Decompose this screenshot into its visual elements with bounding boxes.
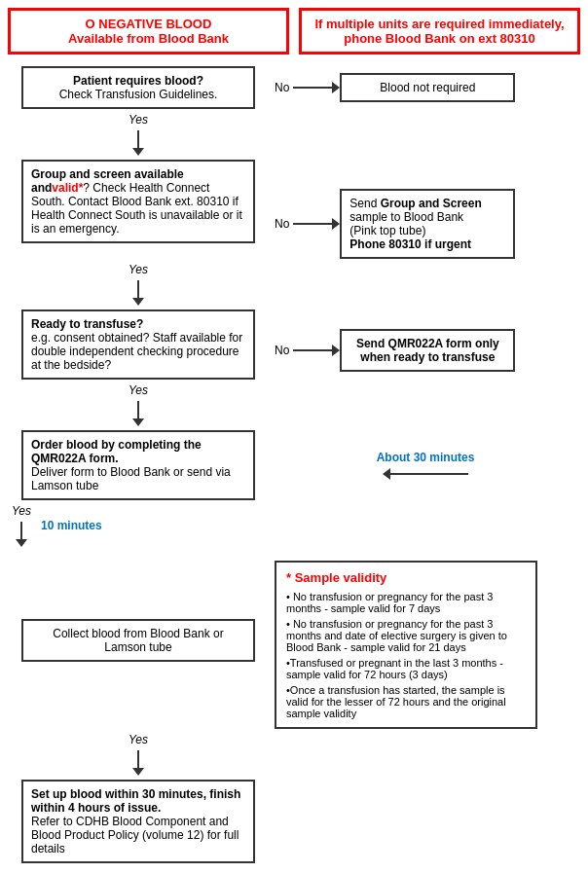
validity-p2: • No transfusion or pregnancy for the pa…	[286, 618, 526, 653]
step4-left: Order blood by completing the QMR022A fo…	[12, 430, 265, 500]
step3-no-bold: Send QMR022A form only when ready to tra…	[356, 337, 499, 364]
v-arrow2	[132, 280, 144, 306]
yes2: Yes	[129, 263, 148, 276]
step6-row: Set up blood within 30 minutes, finish w…	[12, 780, 576, 863]
validity-p1: • No transfusion or pregnancy for the pa…	[286, 591, 526, 614]
step4-arrow-left	[383, 468, 468, 480]
step3-row: Ready to transfuse? e.g. consent obtaine…	[12, 309, 576, 380]
validity-p3: •Transfused or pregnant in the last 3 mo…	[286, 657, 526, 680]
step1-sub: Check Transfusion Guidelines.	[59, 88, 218, 101]
step2-box: Group and screen available andvalid*? Ch…	[21, 160, 255, 243]
step3-arrow-right	[293, 345, 340, 356]
step1-row: Patient requires blood? Check Transfusio…	[12, 66, 576, 109]
step3-yes-arrow: Yes	[12, 382, 265, 428]
yes3: Yes	[129, 383, 148, 397]
step2-no-text1: Send	[349, 197, 380, 210]
step6-left: Set up blood within 30 minutes, finish w…	[12, 780, 265, 863]
step3-left: Ready to transfuse? e.g. consent obtaine…	[12, 309, 265, 380]
step2-no-box: Send Group and Screen sample to Blood Ba…	[340, 189, 515, 259]
step1-left: Patient requires blood? Check Transfusio…	[12, 66, 265, 109]
validity-title: * Sample validity	[286, 570, 526, 585]
validity-box: * Sample validity • No transfusion or pr…	[275, 561, 537, 729]
step5-time: 10 minutes	[41, 519, 102, 532]
step2-no-label: No	[275, 217, 289, 231]
flow-container: Patient requires blood? Check Transfusio…	[12, 66, 576, 863]
step2-row: Group and screen available andvalid*? Ch…	[12, 160, 576, 259]
step6-sub: Refer to CDHB Blood Component and Blood …	[31, 815, 239, 855]
v-arrow3	[132, 401, 144, 426]
step4-about: About 30 minutes	[377, 451, 475, 464]
yes4: Yes	[12, 504, 31, 518]
top-row: O NEGATIVE BLOOD Available from Blood Ba…	[8, 8, 580, 55]
step2-no-urgent: Phone 80310 if urgent	[349, 237, 471, 251]
step1-no-connector: No Blood not required	[265, 73, 576, 102]
step3-question: Ready to transfuse?	[31, 317, 143, 331]
step4-yes-arrow-wrap: Yes	[12, 502, 31, 549]
step5-label: Collect blood from Blood Bank or Lamson …	[53, 627, 223, 654]
validity-p4: •Once a transfusion has started, the sam…	[286, 684, 526, 719]
multiple-units-box: If multiple units are required immediate…	[299, 8, 580, 55]
step3-box: Ready to transfuse? e.g. consent obtaine…	[21, 309, 255, 380]
o-negative-label: O NEGATIVE BLOOD Available from Blood Ba…	[68, 17, 229, 46]
v-arrow5	[132, 750, 144, 776]
step1-box: Patient requires blood? Check Transfusio…	[21, 66, 255, 109]
step2-no-connector: No Send Group and Screen sample to Blood…	[265, 160, 576, 259]
step5-box: Collect blood from Blood Bank or Lamson …	[21, 619, 255, 662]
step3-no-box: Send QMR022A form only when ready to tra…	[340, 329, 515, 372]
step2-valid: valid*	[52, 181, 83, 195]
step1-arrow-right	[293, 82, 340, 93]
step3-sub: e.g. consent obtained? Staff available f…	[31, 331, 242, 372]
page: O NEGATIVE BLOOD Available from Blood Ba…	[0, 0, 588, 873]
step5-yes-arrow: Yes	[12, 731, 265, 778]
step6-bold: Set up blood within 30 minutes, finish w…	[31, 787, 240, 815]
step2-no-text2: sample to Blood Bank(Pink top tube)	[349, 210, 463, 237]
step1-yes-arrow: Yes	[12, 111, 265, 158]
step4-sub: Deliver form to Blood Bank or send via L…	[31, 465, 231, 492]
yes1: Yes	[129, 113, 148, 127]
step4-bold: Order blood by completing the QMR022A fo…	[31, 438, 202, 465]
step2-left: Group and screen available andvalid*? Ch…	[12, 160, 265, 243]
step4-row: Order blood by completing the QMR022A fo…	[12, 430, 576, 500]
step2-arrow-right	[293, 218, 340, 230]
step5-row: Collect blood from Blood Bank or Lamson …	[12, 551, 576, 729]
v-arrow1	[132, 130, 144, 156]
validity-area: * Sample validity • No transfusion or pr…	[265, 551, 576, 729]
step4-about-connector: About 30 minutes	[265, 451, 576, 480]
v-arrow4	[16, 522, 27, 547]
step3-no-connector: No Send QMR022A form only when ready to …	[265, 309, 576, 372]
step5-left: Collect blood from Blood Bank or Lamson …	[12, 619, 265, 662]
step1-question: Patient requires blood?	[73, 74, 203, 88]
multiple-units-label: If multiple units are required immediate…	[314, 17, 564, 46]
step2-no-bold: Group and Screen	[381, 197, 482, 210]
step3-no-label: No	[275, 344, 289, 357]
step2-yes-arrow: Yes	[12, 261, 265, 308]
step4-box: Order blood by completing the QMR022A fo…	[21, 430, 255, 500]
step4-yes-row: Yes 10 minutes	[12, 502, 265, 549]
step1-no-label: No	[275, 81, 289, 94]
o-negative-blood-box: O NEGATIVE BLOOD Available from Blood Ba…	[8, 8, 289, 55]
step1-no-box: Blood not required	[340, 73, 515, 102]
blood-not-required: Blood not required	[380, 81, 475, 94]
step6-box: Set up blood within 30 minutes, finish w…	[21, 780, 255, 863]
yes5: Yes	[129, 733, 148, 746]
